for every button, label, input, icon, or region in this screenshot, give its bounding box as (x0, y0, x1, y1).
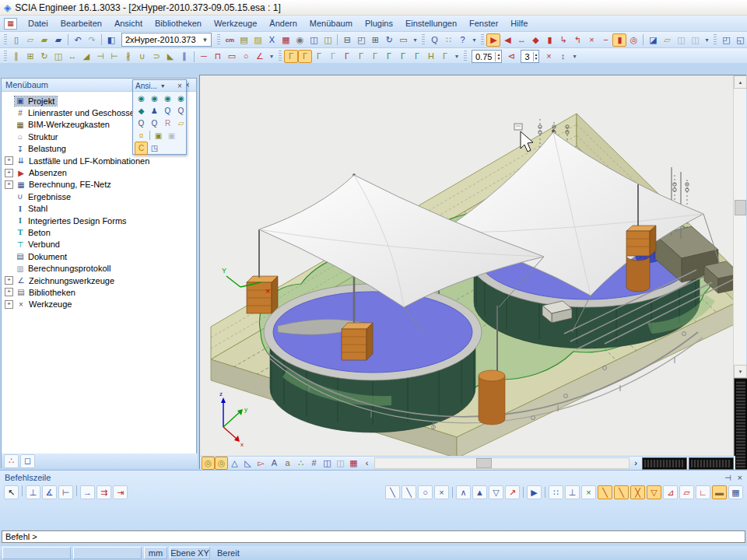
project-combobox[interactable]: 2xHyper-2010.373▼ (121, 33, 212, 47)
clipping-box-icon[interactable]: C (135, 142, 148, 155)
draw-polyline-icon[interactable]: ⊓ (211, 50, 225, 63)
menu-menbaum[interactable]: Menübaum (303, 17, 359, 30)
context-help-icon[interactable]: ? (455, 33, 469, 47)
minimized-window-2[interactable] (689, 458, 733, 469)
wind-load-icon[interactable]: Γ (396, 50, 410, 63)
view-x-icon[interactable]: ◉ (135, 92, 148, 105)
cursor-select-icon[interactable]: ↖ (4, 485, 19, 499)
menu-datei[interactable]: Datei (22, 17, 54, 30)
labels-abc-icon[interactable]: A (268, 457, 281, 470)
toolbar-overflow-button[interactable]: ▾ (702, 33, 711, 47)
predeformation-icon[interactable]: Γ (438, 50, 452, 63)
lock-y-icon[interactable]: ⇉ (96, 485, 111, 499)
toolbar-overflow-button[interactable]: ▾ (452, 50, 461, 63)
tree-item-berechnung-fe-netz[interactable]: +▦Berechnung, FE-Netz (2, 179, 196, 191)
tree-item-beton[interactable]: TBeton (2, 226, 196, 238)
clip-plane-icon[interactable]: ◎ (215, 457, 228, 470)
layers-manager-icon[interactable]: ▱ (660, 33, 674, 47)
view-camera-icon[interactable]: ◆ (135, 104, 148, 117)
chevron-down-icon[interactable]: ▼ (160, 83, 166, 89)
tree-expander-icon[interactable]: + (5, 180, 13, 189)
menu-ndern[interactable]: Ändern (263, 17, 303, 30)
select-single-icon[interactable]: ▮ (542, 33, 556, 47)
select-target-icon[interactable]: ◎ (626, 33, 640, 47)
cross-marker-icon[interactable]: × (542, 50, 556, 63)
toolbar-grip[interactable] (4, 34, 7, 46)
menu-ansicht[interactable]: Ansicht (108, 17, 149, 30)
camera-disabled-icon[interactable]: ▣ (165, 129, 178, 142)
toolbar-grip[interactable] (279, 51, 282, 62)
draw-circle-icon[interactable]: ○ (239, 50, 253, 63)
save-icon[interactable]: ▰ (51, 33, 65, 47)
snap-perpendicular-icon[interactable]: ▽ (647, 485, 661, 499)
toolbar-grip[interactable] (4, 51, 7, 62)
toolbar-grip[interactable] (714, 34, 717, 46)
tree-item-absenzen[interactable]: +▶Absenzen (2, 166, 196, 178)
tree-item-integriertes-design-forms[interactable]: IIntegriertes Design Forms (2, 215, 196, 226)
scroll-right-icon[interactable]: › (630, 457, 641, 470)
lock-x-icon[interactable]: → (80, 485, 95, 499)
coord-relative-icon[interactable]: ∡ (42, 485, 57, 499)
crate-2[interactable] (342, 323, 373, 360)
snap-edge-icon[interactable]: ▲ (472, 485, 487, 499)
grid-step-spinner[interactable]: 3▲▼ (521, 50, 539, 63)
menu-bibliotheken[interactable]: Bibliotheken (149, 17, 208, 30)
camera-icon[interactable]: ▣ (152, 129, 165, 142)
snap-line-icon[interactable]: ╲ (385, 485, 400, 499)
move-icon[interactable]: ∥ (9, 50, 23, 63)
layers-save-icon[interactable]: ◪ (646, 33, 660, 47)
layer-filter-icon[interactable]: ◫ (674, 33, 688, 47)
draw-rectangle-icon[interactable]: ▭ (225, 50, 239, 63)
close-icon[interactable]: × (176, 82, 184, 90)
coord-polar-icon[interactable]: ⊢ (58, 485, 73, 499)
snap-parallel-icon[interactable]: ▱ (679, 485, 694, 499)
crate-1[interactable] (247, 276, 278, 313)
document-refresh-icon[interactable]: ↻ (382, 33, 396, 47)
materials-icon[interactable]: ▨ (251, 33, 265, 47)
light-icon[interactable]: ¤ (135, 129, 148, 142)
snow-load-icon[interactable]: Γ (410, 50, 424, 63)
panel-tab-window-icon[interactable]: ◻ (20, 454, 35, 468)
window-tile-icon[interactable]: ◱ (733, 33, 747, 47)
snap-calculator-icon[interactable]: ▦ (728, 485, 743, 499)
temperature-load-icon[interactable]: Γ (368, 50, 382, 63)
snap-line-point-icon[interactable]: ╲ (402, 485, 416, 499)
tree-item-bibliotheken[interactable]: +▤Bibliotheken (2, 286, 196, 298)
moment-load-icon[interactable]: H (424, 50, 438, 63)
copy-icon[interactable]: ⊞ (23, 50, 37, 63)
zoom-all-icon[interactable]: Q (148, 117, 161, 130)
print-icon[interactable]: ⊟ (340, 33, 354, 47)
pool-left[interactable] (264, 284, 482, 432)
undo-icon[interactable]: ↶ (71, 33, 85, 47)
toolbar-grip[interactable] (217, 34, 220, 46)
zoom-in-icon[interactable]: Q (161, 104, 174, 117)
toolbar-overflow-button[interactable]: ▾ (267, 50, 276, 63)
tree-expander-icon[interactable]: + (5, 169, 13, 177)
free-point-load-icon[interactable]: Γ (326, 50, 340, 63)
tree-expander-icon[interactable]: + (5, 300, 13, 309)
snap-face-icon[interactable]: ▽ (489, 485, 503, 499)
mirror-icon[interactable]: ◫ (51, 50, 65, 63)
select-cut-icon[interactable]: × (584, 33, 598, 47)
tree-expander-icon[interactable]: + (5, 156, 13, 165)
split-window-icon[interactable]: ◧ (104, 33, 118, 47)
catalog-icon[interactable]: ▦ (279, 33, 293, 47)
document-edit-icon[interactable]: ▭ (396, 33, 410, 47)
view-z-icon[interactable]: ◉ (161, 92, 174, 105)
zoom-document-icon[interactable]: Q (427, 33, 441, 47)
window-view2-icon[interactable]: ◫ (334, 457, 347, 470)
snap-ortho-icon[interactable]: ⊥ (565, 485, 580, 499)
tree-item-werkzeuge[interactable]: +×Werkzeuge (2, 299, 196, 310)
view-axo-icon[interactable]: ◉ (174, 92, 188, 105)
self-weight-icon[interactable]: Γ (382, 50, 396, 63)
new-project-icon[interactable]: ▯ (9, 33, 23, 47)
lock-z-icon[interactable]: ⇥ (113, 485, 128, 499)
tree-item-dokument[interactable]: ▤Dokument (2, 250, 196, 262)
toolbar-overflow-button[interactable]: ▾ (410, 33, 419, 47)
snap-midpoint-icon[interactable]: ╲ (614, 485, 629, 499)
fe-mesh-icon[interactable]: ◉ (293, 33, 307, 47)
free-surface-load-icon[interactable]: Γ (354, 50, 368, 63)
statusbar-plane[interactable]: Ebene XY (170, 547, 210, 559)
menu-einstellungen[interactable]: Einstellungen (399, 17, 463, 30)
dimension-icon[interactable]: ↕ (556, 50, 570, 63)
